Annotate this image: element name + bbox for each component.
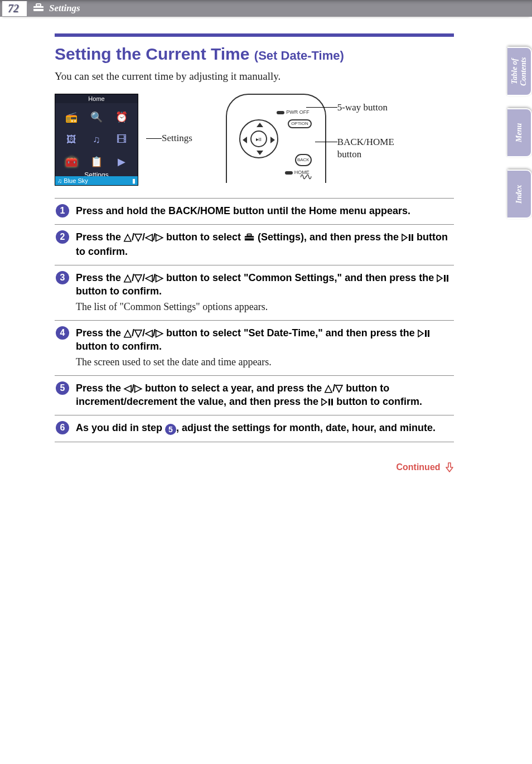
- play-pause-glyph: [321, 398, 333, 406]
- step-5: 5 Press the ◁/▷ button to select a year,…: [55, 375, 454, 415]
- step-6: 6 As you did in step 5, adjust the setti…: [55, 415, 454, 442]
- up-arrow-icon: [257, 123, 263, 127]
- intro-text: You can set the current time by adjustin…: [55, 69, 454, 84]
- continued-arrow-icon: [445, 462, 454, 472]
- steps-list: 1 Press and hold the BACK/HOME button un…: [55, 198, 454, 442]
- step-2-text: Press the △/▽/◁/▷ button to select (Sett…: [76, 231, 448, 257]
- tab-menu[interactable]: Menu: [507, 108, 532, 157]
- search-icon: 🔍: [86, 108, 108, 127]
- header-bar: 72 Settings: [0, 0, 532, 17]
- direction-glyph: △/▽/◁/▷: [124, 231, 163, 243]
- clock-icon: ⏰: [110, 108, 132, 127]
- now-playing-text: ♫ Blue Sky: [57, 176, 88, 185]
- step-4-text: Press the △/▽/◁/▷ button to select "Set …: [76, 327, 430, 352]
- svg-rect-7: [412, 234, 413, 241]
- step-badge-5: 5: [56, 381, 69, 395]
- back-home-callout: BACK/HOME button: [337, 136, 394, 161]
- play-pause-glyph: [418, 330, 430, 337]
- play-pause-glyph: [437, 274, 449, 282]
- direction-glyph: △/▽/◁/▷: [124, 327, 163, 339]
- play-pause-glyph: [402, 234, 414, 241]
- step-badge-3: 3: [56, 271, 69, 284]
- chapter-title: Settings: [49, 3, 80, 14]
- playlist-icon: 📋: [86, 152, 108, 171]
- settings-icon: 🧰: [61, 152, 83, 171]
- back-button: BACK: [295, 154, 312, 166]
- ud-glyph: △/▽: [325, 383, 343, 394]
- svg-rect-4: [247, 234, 251, 236]
- step-badge-4: 4: [56, 326, 69, 340]
- step-4-sub: The screen used to set the date and time…: [76, 355, 454, 369]
- step-6-text: As you did in step 5, adjust the setting…: [76, 422, 436, 433]
- home-screen-figure: Home 📻 🔍 ⏰ 🖼 ♫ 🎞 🧰 📋 ▶ Settings ♫ Blue S…: [55, 94, 138, 186]
- svg-rect-11: [428, 330, 429, 337]
- title-rule: [55, 33, 454, 37]
- svg-rect-1: [36, 4, 41, 6]
- right-arrow-icon: [270, 137, 275, 143]
- now-playing-bar: ♫ Blue Sky ▮: [55, 176, 138, 185]
- down-arrow-icon: [257, 151, 263, 155]
- power-off-label: PWR OFF: [277, 109, 309, 115]
- direction-glyph: △/▽/◁/▷: [124, 272, 163, 283]
- step-1-text: Press and hold the BACK/HOME button unti…: [76, 205, 410, 216]
- step-5-text: Press the ◁/▷ button to select a year, a…: [76, 383, 422, 407]
- svg-rect-3: [245, 236, 254, 240]
- home-screen-title: Home: [55, 94, 138, 103]
- five-way-callout: 5-way button: [337, 94, 394, 114]
- svg-rect-5: [245, 238, 254, 238]
- svg-rect-10: [425, 330, 427, 337]
- photo-icon: 🖼: [61, 130, 83, 149]
- radio-icon: 📻: [61, 108, 83, 127]
- step-badge-1: 1: [56, 204, 69, 217]
- step-1: 1 Press and hold the BACK/HOME button un…: [55, 198, 454, 224]
- step-ref-badge: 5: [165, 424, 176, 435]
- svg-rect-8: [444, 275, 446, 282]
- svg-rect-12: [328, 399, 330, 405]
- step-badge-6: 6: [56, 421, 69, 434]
- home-grid: 📻 🔍 ⏰ 🖼 ♫ 🎞 🧰 📋 ▶: [55, 103, 138, 172]
- left-arrow-icon: [243, 137, 247, 143]
- tab-table-of-contents[interactable]: Table of Contents: [507, 47, 532, 96]
- settings-callout: Settings: [162, 133, 192, 144]
- music-icon: ♫: [86, 130, 108, 149]
- continued-label: Continued: [55, 462, 454, 472]
- play-pause-center: ▸ıı: [250, 130, 267, 147]
- lanyard-icon: ∿∿: [299, 171, 311, 182]
- svg-rect-2: [33, 8, 43, 9]
- svg-rect-9: [447, 275, 448, 282]
- toolbox-inline-icon: [244, 233, 255, 244]
- step-4: 4 Press the △/▽/◁/▷ button to select "Se…: [55, 320, 454, 375]
- svg-rect-13: [331, 399, 333, 405]
- svg-rect-6: [409, 234, 410, 241]
- figures-row: Home 📻 🔍 ⏰ 🖼 ♫ 🎞 🧰 📋 ▶ Settings ♫ Blue S…: [55, 94, 454, 186]
- step-2: 2 Press the △/▽/◁/▷ button to select (Se…: [55, 224, 454, 265]
- video-icon: 🎞: [110, 130, 132, 149]
- five-way-pad: ▸ıı: [239, 119, 278, 158]
- option-button: OPTION: [288, 119, 312, 128]
- page-title: Setting the Current Time (Set Date-Time): [55, 45, 454, 64]
- title-main: Setting the Current Time: [55, 45, 249, 63]
- step-3-sub: The list of "Common Settings" options ap…: [76, 300, 454, 313]
- step-3: 3 Press the △/▽/◁/▷ button to select "Co…: [55, 265, 454, 320]
- step-badge-2: 2: [56, 230, 69, 244]
- toolbox-icon: [28, 3, 49, 14]
- tab-index[interactable]: Index: [507, 170, 532, 219]
- page-number: 72: [2, 1, 28, 16]
- side-tabs: Table of Contents Menu Index: [507, 47, 532, 219]
- step-3-text: Press the △/▽/◁/▷ button to select "Comm…: [76, 272, 449, 297]
- battery-icon: ▮: [132, 176, 136, 185]
- title-sub: (Set Date-Time): [254, 49, 344, 62]
- lr-glyph: ◁/▷: [124, 383, 142, 394]
- nowplaying-icon: ▶: [110, 152, 132, 171]
